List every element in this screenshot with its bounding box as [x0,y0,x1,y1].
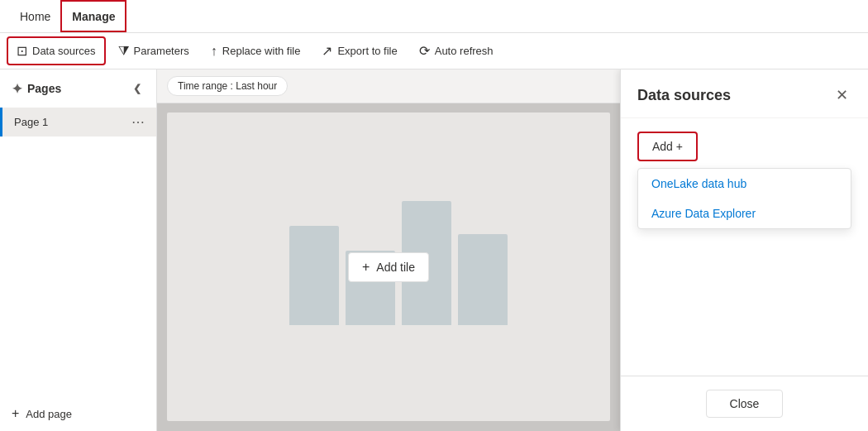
onelake-label: OneLake data hub [651,177,746,190]
canvas-area: Time range : Last hour Add tile [157,69,620,431]
add-label: Add + [652,140,683,153]
add-tile-button[interactable]: Add tile [348,252,429,282]
panel-title: Data sources [637,87,731,104]
main-area: Pages Page 1 Add page Time range : Last … [0,69,868,431]
close-panel-label: Close [730,397,760,410]
collapse-sidebar-button[interactable] [130,79,145,98]
panel-header: Data sources [621,69,868,118]
page-item-label: Page 1 [14,116,48,128]
canvas-inner: Add tile [167,113,610,421]
top-navigation: Home Manage [0,0,868,33]
nav-item-manage[interactable]: Manage [60,0,126,32]
panel-body: Add + OneLake data hub Azure Data Explor… [621,118,868,376]
export-icon [322,43,332,59]
sidebar: Pages Page 1 Add page [0,69,157,431]
replace-icon [211,44,217,59]
toolbar-replace-with-file[interactable]: Replace with file [202,38,310,65]
page-item-page1[interactable]: Page 1 [0,108,156,136]
chart-bar-1 [289,226,339,325]
add-tile-icon [362,260,370,275]
add-tile-label: Add tile [376,261,415,274]
add-data-source-button[interactable]: Add + [637,132,698,161]
add-page-label: Add page [26,408,72,420]
toolbar-export-to-file[interactable]: Export to file [312,37,406,65]
pages-icon [12,81,22,97]
data-sources-panel: Data sources Add + OneLake data hub Azur… [620,69,868,431]
chart-bar-4 [458,234,508,325]
data-sources-label: Data sources [32,45,96,57]
add-page-button[interactable]: Add page [0,396,156,431]
nav-item-home[interactable]: Home [10,0,60,32]
time-range-badge[interactable]: Time range : Last hour [167,76,288,96]
toolbar-auto-refresh[interactable]: Auto refresh [410,37,503,65]
export-to-file-label: Export to file [337,45,397,57]
parameters-label: Parameters [134,45,189,57]
time-range-bar: Time range : Last hour [157,69,620,103]
add-dropdown-menu: OneLake data hub Azure Data Explorer [637,168,851,229]
panel-close-button[interactable] [832,83,851,108]
refresh-icon [419,43,430,59]
panel-footer: Close [621,376,868,431]
toolbar-data-sources[interactable]: Data sources [7,36,106,65]
adx-label: Azure Data Explorer [651,207,756,220]
azure-data-explorer-option[interactable]: Azure Data Explorer [638,199,851,228]
toolbar-parameters[interactable]: Parameters [109,38,198,65]
page-more-button[interactable] [131,114,145,130]
add-page-icon [12,406,19,421]
auto-refresh-label: Auto refresh [435,45,494,57]
sidebar-header: Pages [0,69,156,108]
toolbar: Data sources Parameters Replace with fil… [0,33,868,69]
time-range-label: Time range : Last hour [178,80,277,92]
onelake-data-hub-option[interactable]: OneLake data hub [638,169,851,199]
sidebar-title: Pages [27,82,61,95]
replace-with-file-label: Replace with file [222,45,301,57]
filter-icon [118,44,129,59]
datasource-icon [17,43,27,59]
close-panel-button[interactable]: Close [706,390,784,418]
